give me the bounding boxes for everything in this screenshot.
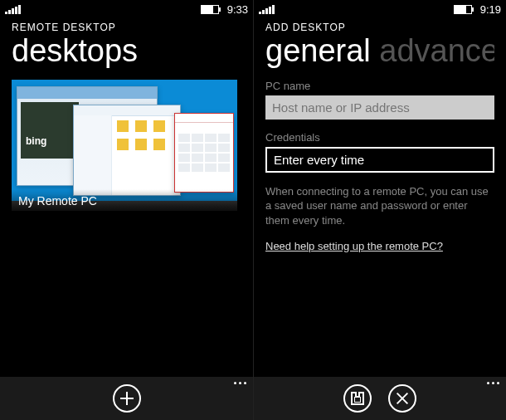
add-button[interactable]: [113, 384, 141, 413]
close-icon: [396, 392, 409, 405]
app-name: ADD DESKTOP: [265, 22, 494, 33]
status-bar: 9:33: [0, 0, 253, 18]
tab-general[interactable]: general: [265, 35, 371, 68]
appbar-more-button[interactable]: [234, 382, 246, 384]
desktop-tile-label: My Remote PC: [12, 189, 237, 211]
phone-left: 9:33 REMOTE DESKTOP desktops bing My Rem…: [0, 0, 253, 420]
desktop-tile[interactable]: bing My Remote PC: [12, 80, 237, 211]
pc-name-label: PC name: [265, 80, 494, 92]
save-button[interactable]: [343, 384, 372, 413]
app-bar: [254, 377, 506, 420]
battery-icon: [201, 5, 219, 14]
status-bar: 9:19: [254, 0, 506, 18]
cancel-button[interactable]: [388, 384, 416, 413]
save-icon: [351, 392, 364, 405]
help-link[interactable]: Need help setting up the remote PC?: [265, 240, 443, 252]
page-title: desktops: [12, 35, 241, 68]
page-header: REMOTE DESKTOP desktops: [0, 18, 253, 68]
app-bar: [0, 377, 253, 420]
page-header: ADD DESKTOP general advance: [254, 18, 506, 68]
credentials-picker[interactable]: Enter every time: [265, 147, 494, 173]
phone-right: 9:19 ADD DESKTOP general advance PC name…: [253, 0, 506, 420]
content-area: bing My Remote PC: [0, 68, 253, 377]
credentials-help-text: When connecting to a remote PC, you can …: [265, 184, 494, 228]
plus-icon: [120, 392, 134, 405]
pivot-tabs: general advance: [265, 35, 494, 68]
status-time: 9:33: [227, 3, 248, 16]
credentials-label: Credentials: [265, 131, 494, 144]
preview-text: bing: [26, 135, 46, 147]
pc-name-input[interactable]: [265, 95, 494, 120]
appbar-more-button[interactable]: [487, 382, 499, 384]
app-name: REMOTE DESKTOP: [12, 22, 241, 33]
signal-icon: [259, 4, 275, 14]
signal-icon: [5, 4, 21, 14]
status-time: 9:19: [480, 3, 501, 16]
tab-advanced-label[interactable]: advance: [379, 35, 494, 68]
battery-icon: [454, 5, 472, 14]
content-area: PC name Credentials Enter every time Whe…: [254, 68, 506, 377]
